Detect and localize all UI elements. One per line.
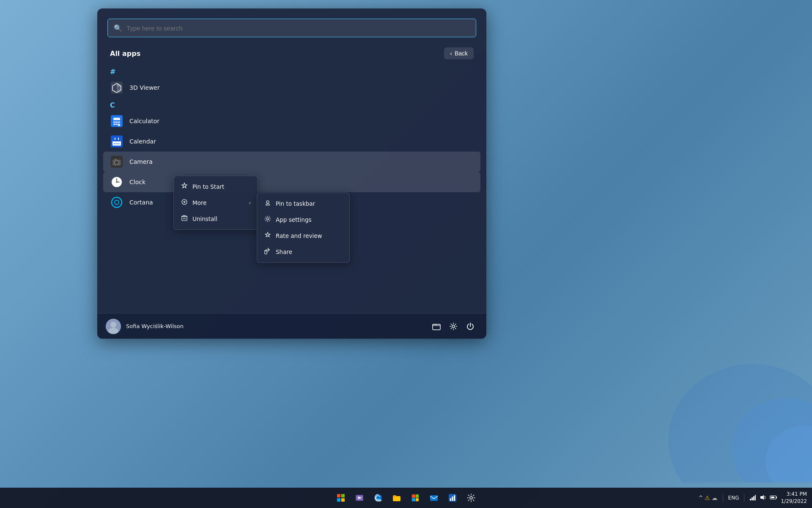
svg-rect-12 [118,121,120,123]
clock-time: 3:41 PM [781,491,807,498]
show-hidden-icons-button[interactable]: ^ [699,495,703,501]
pin-to-start-label: Pin to Start [192,183,224,190]
search-icon: 🔍 [114,24,122,32]
taskbar: ^ ⚠ ☁ ENG [0,488,812,508]
search-bar[interactable]: 🔍 [107,19,476,37]
svg-point-27 [116,162,118,164]
tray-separator-2 [744,494,744,502]
pin-start-icon [181,182,188,191]
svg-point-39 [452,325,455,328]
svg-rect-56 [393,496,401,501]
app-name-clock: Clock [129,179,145,185]
app-name-cortana: Cortana [129,199,153,206]
network-icon[interactable] [749,494,756,502]
svg-rect-65 [452,497,453,501]
calendar-icon [110,135,123,148]
chevron-left-icon: ‹ [450,50,452,57]
svg-point-67 [470,497,472,499]
volume-icon[interactable] [760,494,766,502]
user-profile[interactable]: Sofia Wyciślik-Wilson [106,319,184,334]
pin-taskbar-icon [264,199,272,208]
svg-rect-75 [776,497,777,498]
uninstall-icon [181,215,188,223]
context-pin-to-start[interactable]: Pin to Start [174,179,258,195]
app-name-calculator: Calculator [129,118,159,124]
context-rate-review[interactable]: Rate and review [257,228,349,244]
svg-rect-61 [416,498,419,501]
section-hash: # [103,64,480,77]
svg-point-50 [267,218,269,220]
svg-rect-68 [750,499,751,500]
ms-store-button[interactable] [407,489,424,506]
svg-rect-19 [115,138,115,140]
svg-rect-9 [113,118,120,120]
svg-rect-43 [182,216,187,221]
snipper-button[interactable] [351,489,368,506]
app-name-3dviewer: 3D Viewer [129,84,160,91]
share-label: Share [276,248,292,255]
user-name: Sofia Wyciślik-Wilson [126,323,184,329]
svg-rect-20 [118,138,119,140]
svg-marker-72 [760,495,764,500]
start-button[interactable] [332,489,349,506]
svg-rect-66 [454,495,455,501]
context-share[interactable]: Share [257,244,349,260]
mail-button[interactable] [425,489,442,506]
context-app-settings[interactable]: App settings [257,212,349,228]
uninstall-label: Uninstall [192,215,217,222]
svg-point-36 [110,322,116,328]
share-icon [264,248,272,256]
app-item-clock[interactable]: Clock [103,172,480,192]
camera-icon [110,155,123,168]
app-item-3dviewer[interactable]: 3D Viewer [103,77,480,98]
app-item-calculator[interactable]: Calculator [103,111,480,131]
file-explorer-button[interactable] [388,489,405,506]
svg-rect-74 [771,497,774,498]
search-input[interactable] [126,25,470,32]
app-item-calendar[interactable]: Calendar [103,131,480,152]
svg-rect-22 [116,143,118,144]
back-button[interactable]: ‹ Back [444,47,474,59]
svg-rect-11 [116,121,118,123]
svg-rect-69 [752,497,753,500]
context-uninstall[interactable]: Uninstall [174,211,258,227]
svg-rect-70 [753,496,754,500]
taskbar-right: ^ ⚠ ☁ ENG [699,491,812,505]
svg-rect-58 [412,494,415,498]
svg-rect-10 [113,121,115,123]
svg-rect-15 [118,124,120,126]
app-settings-label: App settings [276,216,312,223]
power-footer-button[interactable] [463,319,478,334]
app-item-camera[interactable]: Camera [103,152,480,172]
system-clock[interactable]: 3:41 PM 1/29/2022 [781,491,807,505]
svg-rect-13 [113,124,115,125]
svg-point-33 [112,197,122,207]
file-explorer-footer-button[interactable] [429,319,444,334]
settings-button[interactable] [463,489,480,506]
context-pin-to-taskbar[interactable]: Pin to taskbar [257,196,349,212]
svg-rect-23 [118,143,120,144]
settings-footer-button[interactable] [446,319,461,334]
win11-decoration [668,313,812,483]
svg-rect-64 [450,498,451,501]
edge-button[interactable] [370,489,387,506]
windows-logo-icon [337,494,345,502]
svg-rect-21 [114,143,115,144]
apps-list: # 3D Viewer C [97,64,486,313]
svg-rect-60 [412,498,415,501]
user-avatar [106,319,121,334]
all-apps-title: All apps [110,50,140,58]
svg-rect-8 [111,115,123,127]
section-c: C [103,98,480,111]
svg-rect-14 [116,124,118,125]
task-manager-button[interactable] [444,489,461,506]
language-indicator[interactable]: ENG [728,495,739,501]
chevron-right-icon: › [249,200,251,206]
svg-rect-18 [112,139,121,141]
context-more[interactable]: More › [174,195,258,211]
clock-icon [110,175,123,189]
more-label: More [192,199,206,206]
taskbar-center [332,489,480,506]
onedrive-icon[interactable]: ☁ [712,494,718,501]
battery-icon[interactable] [770,494,777,502]
